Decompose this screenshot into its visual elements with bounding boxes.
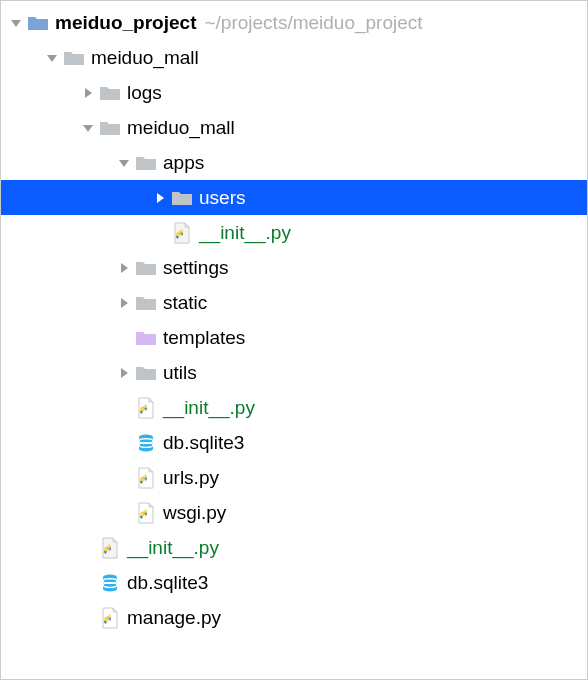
tree-item-label: meiduo_mall [91, 47, 199, 69]
tree-item-label: urls.py [163, 467, 219, 489]
svg-point-21 [108, 549, 109, 550]
tree-row-static[interactable]: static [1, 285, 587, 320]
database-icon [135, 432, 157, 454]
chevron-right-icon[interactable] [153, 191, 167, 205]
folder-icon [135, 362, 157, 384]
svg-marker-1 [47, 55, 57, 62]
tree-row-templates[interactable]: templates [1, 320, 587, 355]
svg-point-19 [144, 514, 145, 515]
tree-item-label: logs [127, 82, 162, 104]
python-file-icon [135, 467, 157, 489]
tree-item-label: db.sqlite3 [163, 432, 244, 454]
tree-row-mall2_db[interactable]: db.sqlite3 [1, 425, 587, 460]
tree-row-mall2[interactable]: meiduo_mall [1, 110, 587, 145]
svg-marker-5 [157, 193, 164, 203]
tree-item-label: settings [163, 257, 228, 279]
tree-item-label: db.sqlite3 [127, 572, 208, 594]
svg-marker-9 [121, 298, 128, 308]
svg-marker-8 [121, 263, 128, 273]
folder-icon [171, 187, 193, 209]
folder-icon [99, 117, 121, 139]
tree-row-utils[interactable]: utils [1, 355, 587, 390]
tree-row-users[interactable]: users [1, 180, 587, 215]
tree-item-label: __init__.py [163, 397, 255, 419]
folder-icon [135, 257, 157, 279]
folder-icon [99, 82, 121, 104]
python-file-icon [135, 397, 157, 419]
tree-item-label: __init__.py [127, 537, 219, 559]
svg-point-17 [144, 479, 145, 480]
chevron-down-icon[interactable] [81, 121, 95, 135]
tree-row-apps_init[interactable]: __init__.py [1, 215, 587, 250]
folder-icon [135, 152, 157, 174]
svg-point-12 [144, 409, 145, 410]
python-file-icon [171, 222, 193, 244]
tree-item-label: meiduo_project [55, 12, 196, 34]
chevron-down-icon[interactable] [9, 16, 23, 30]
tree-row-settings[interactable]: settings [1, 250, 587, 285]
tree-row-logs[interactable]: logs [1, 75, 587, 110]
tree-item-label: manage.py [127, 607, 221, 629]
folder-icon [27, 12, 49, 34]
tree-row-mall[interactable]: meiduo_mall [1, 40, 587, 75]
tree-item-label: wsgi.py [163, 502, 226, 524]
chevron-right-icon[interactable] [81, 86, 95, 100]
folder-icon [63, 47, 85, 69]
tree-row-root[interactable]: meiduo_project~/projects/meiduo_project [1, 5, 587, 40]
tree-item-label: apps [163, 152, 204, 174]
database-icon [99, 572, 121, 594]
tree-row-mall2_init[interactable]: __init__.py [1, 390, 587, 425]
project-path: ~/projects/meiduo_project [204, 12, 422, 34]
svg-point-26 [108, 619, 109, 620]
svg-marker-3 [83, 125, 93, 132]
svg-marker-2 [85, 88, 92, 98]
folder-icon [135, 292, 157, 314]
python-file-icon [135, 502, 157, 524]
tree-row-apps[interactable]: apps [1, 145, 587, 180]
tree-item-label: utils [163, 362, 197, 384]
chevron-down-icon[interactable] [45, 51, 59, 65]
svg-point-7 [180, 234, 181, 235]
tree-row-wsgi[interactable]: wsgi.py [1, 495, 587, 530]
tree-row-mall_db[interactable]: db.sqlite3 [1, 565, 587, 600]
chevron-right-icon[interactable] [117, 296, 131, 310]
python-file-icon [99, 537, 121, 559]
svg-marker-10 [121, 368, 128, 378]
chevron-right-icon[interactable] [117, 366, 131, 380]
folder-icon [135, 327, 157, 349]
chevron-right-icon[interactable] [117, 261, 131, 275]
tree-row-mall_init[interactable]: __init__.py [1, 530, 587, 565]
tree-item-label: __init__.py [199, 222, 291, 244]
tree-row-urls[interactable]: urls.py [1, 460, 587, 495]
tree-row-manage[interactable]: manage.py [1, 600, 587, 635]
tree-item-label: meiduo_mall [127, 117, 235, 139]
tree-item-label: static [163, 292, 207, 314]
svg-marker-0 [11, 20, 21, 27]
project-tree: meiduo_project~/projects/meiduo_project … [1, 5, 587, 635]
python-file-icon [99, 607, 121, 629]
tree-item-label: users [199, 187, 245, 209]
tree-item-label: templates [163, 327, 245, 349]
svg-marker-4 [119, 160, 129, 167]
chevron-down-icon[interactable] [117, 156, 131, 170]
